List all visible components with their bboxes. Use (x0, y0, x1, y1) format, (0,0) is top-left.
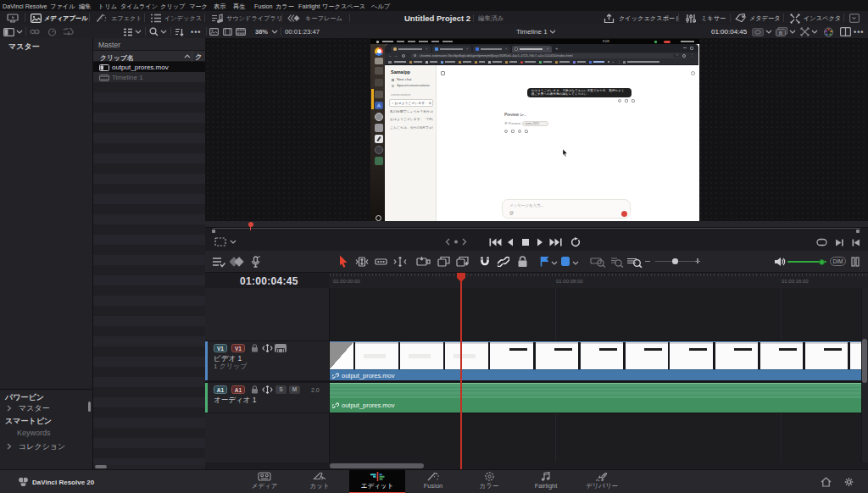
svg-text:B: B (779, 30, 782, 36)
